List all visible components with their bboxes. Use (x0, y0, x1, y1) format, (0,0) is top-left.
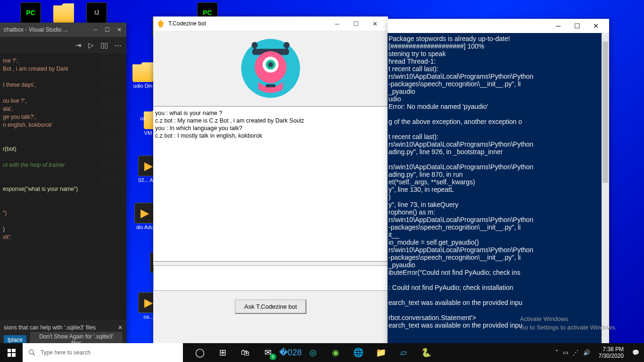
tk-icon (157, 20, 165, 27)
desktop-icon[interactable]: PC (14, 2, 47, 24)
tray-chevron-icon[interactable]: ˄ (555, 349, 558, 356)
notification-text: sions that can help with '.sqlite3' file… (4, 324, 96, 331)
desktop-icon[interactable]: IJ (80, 2, 113, 24)
cortana-icon[interactable]: ◯ (189, 343, 211, 362)
search-icon (28, 349, 36, 356)
maximize-icon[interactable]: ☐ (568, 22, 586, 30)
explorer-icon[interactable]: 📁 (370, 343, 392, 362)
minimize-icon[interactable]: ─ (328, 20, 347, 27)
store-icon[interactable]: 🛍 (234, 343, 256, 362)
start-button[interactable] (0, 343, 23, 362)
wifi-icon[interactable]: ⋰ (573, 349, 578, 356)
android-studio-icon[interactable]: ◉ (324, 343, 347, 362)
edge-icon[interactable]: ◎ (302, 343, 324, 362)
close-icon[interactable]: ✕ (118, 324, 123, 331)
run-icon[interactable]: ▷ (88, 41, 94, 49)
system-tray: ˄ ▭ ⋰ 🔊 7:38 PM 7/30/2020 💬 (551, 346, 644, 359)
desktop-icon[interactable] (47, 2, 80, 24)
battery-icon[interactable]: ▭ (563, 349, 568, 356)
ask-button[interactable]: Ask T.Codezine bot (235, 299, 306, 314)
vscode-window: chatbox - Visual Studio ... ─ ☐ ✕ ⇥ ▷ ▯▯… (0, 23, 126, 348)
vscode-icon[interactable]: �028 (279, 343, 302, 362)
vscode-title: chatbox - Visual Studio ... (4, 26, 68, 33)
search-box[interactable]: Type here to search (23, 343, 183, 362)
svg-point-9 (268, 62, 273, 67)
more-icon[interactable]: ⋯ (115, 41, 122, 49)
minimize-icon[interactable]: ─ (92, 26, 99, 33)
svg-rect-5 (285, 45, 288, 51)
maximize-icon[interactable]: ☐ (347, 20, 365, 27)
vscode-titlebar[interactable]: chatbox - Visual Studio ... ─ ☐ ✕ (0, 23, 126, 37)
python-icon[interactable]: 🐍 (415, 343, 438, 362)
chrome-icon[interactable]: 🌐 (347, 343, 370, 362)
open-editors-icon[interactable]: ⇥ (75, 41, 82, 49)
taskbar-apps: ◯ ⊞ 🛍 ✉5 �028 ◎ ◉ 🌐 📁 ▱ 🐍 (189, 343, 438, 362)
notifications-icon[interactable]: 💬 (632, 349, 639, 356)
task-view-icon[interactable]: ⊞ (211, 343, 234, 362)
chat-log[interactable]: you : what is your name ?c.z bot : My na… (153, 106, 388, 262)
svg-rect-10 (266, 84, 276, 88)
maximize-icon[interactable]: ☐ (104, 26, 111, 33)
close-icon[interactable]: ✕ (365, 20, 384, 27)
terminal-output[interactable]: Package stopwords is already up-to-date!… (388, 33, 609, 346)
bot-titlebar[interactable]: T.Codezine bot ─ ☐ ✕ (153, 16, 388, 31)
search-placeholder: Type here to search (41, 349, 91, 356)
close-icon[interactable]: ✕ (586, 22, 605, 30)
svg-rect-3 (254, 45, 256, 51)
svg-point-11 (29, 350, 33, 354)
clock[interactable]: 7:38 PM 7/30/2020 (595, 346, 627, 359)
bot-logo (153, 31, 388, 106)
minimize-icon[interactable]: ─ (549, 22, 568, 30)
volume-icon[interactable]: 🔊 (583, 349, 590, 356)
svg-line-12 (33, 354, 35, 355)
mail-icon[interactable]: ✉5 (256, 343, 279, 362)
scrollbar[interactable] (602, 33, 609, 346)
close-icon[interactable]: ✕ (116, 26, 123, 33)
split-icon[interactable]: ▯▯ (100, 41, 108, 49)
powershell-icon[interactable]: ▱ (392, 343, 415, 362)
taskbar: Type here to search ◯ ⊞ 🛍 ✉5 �028 ◎ ◉ 🌐 … (0, 343, 644, 362)
bot-window: T.Codezine bot ─ ☐ ✕ you : what is your … (153, 16, 388, 343)
terminal-window: ─ ☐ ✕ Package stopwords is already up-to… (388, 19, 609, 346)
vscode-tabs: ⇥ ▷ ▯▯ ⋯ (0, 37, 126, 53)
minimap[interactable] (99, 53, 126, 185)
bot-title: T.Codezine bot (168, 20, 328, 27)
terminal-titlebar[interactable]: ─ ☐ ✕ (388, 19, 609, 33)
chat-input[interactable] (153, 265, 388, 291)
